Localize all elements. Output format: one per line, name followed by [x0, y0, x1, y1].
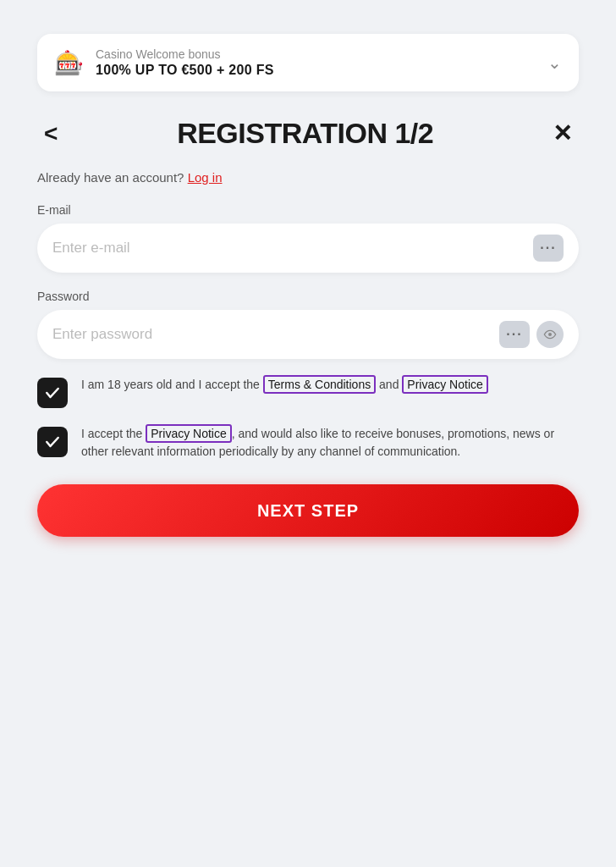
- svg-point-0: [548, 333, 552, 336]
- email-input-wrapper: ···: [37, 224, 579, 273]
- promotions-checkbox-row: I accept the Privacy Notice, and would a…: [37, 425, 579, 461]
- next-step-button[interactable]: NEXT STEP: [37, 484, 579, 537]
- dots-icon: ···: [540, 240, 556, 256]
- password-visibility-toggle[interactable]: [536, 321, 564, 348]
- chevron-down-icon[interactable]: ⌄: [547, 52, 562, 73]
- email-dots-button[interactable]: ···: [533, 235, 564, 262]
- registration-container: 🎰 Casino Welcome bonus 100% UP TO €500 +…: [20, 25, 596, 562]
- promotions-checkbox-text: I accept the Privacy Notice, and would a…: [81, 425, 579, 461]
- back-button[interactable]: <: [37, 119, 64, 149]
- account-text: Already have an account?: [37, 170, 184, 185]
- dots-icon: ···: [506, 327, 522, 342]
- password-dots-button[interactable]: ···: [499, 321, 530, 348]
- bonus-left: 🎰 Casino Welcome bonus 100% UP TO €500 +…: [54, 47, 274, 78]
- email-input[interactable]: [52, 240, 533, 257]
- terms-checkbox[interactable]: [37, 378, 68, 408]
- header-row: < REGISTRATION 1/2 ✕: [37, 117, 579, 150]
- checkmark-icon-2: [44, 434, 61, 450]
- email-section: E-mail ···: [37, 203, 579, 273]
- promotions-checkbox[interactable]: [37, 427, 68, 457]
- terms-text-middle: and: [376, 378, 402, 391]
- casino-icon: 🎰: [54, 49, 84, 77]
- checkmark-icon: [44, 384, 61, 401]
- email-icons: ···: [533, 235, 564, 262]
- terms-text-before: I am 18 years old and I accept the: [81, 378, 263, 391]
- email-label: E-mail: [37, 203, 579, 217]
- account-row: Already have an account? Log in: [37, 170, 579, 185]
- bonus-banner[interactable]: 🎰 Casino Welcome bonus 100% UP TO €500 +…: [37, 34, 579, 91]
- checkboxes-section: I am 18 years old and I accept the Terms…: [37, 376, 579, 461]
- password-input-wrapper: ···: [37, 310, 579, 359]
- eye-icon: [543, 328, 557, 341]
- privacy-notice-link-1[interactable]: Privacy Notice: [402, 375, 487, 394]
- privacy-notice-link-2[interactable]: Privacy Notice: [146, 424, 231, 443]
- terms-checkbox-row: I am 18 years old and I accept the Terms…: [37, 376, 579, 408]
- bonus-text: Casino Welcome bonus 100% UP TO €500 + 2…: [96, 47, 274, 78]
- login-link[interactable]: Log in: [188, 170, 223, 185]
- password-label: Password: [37, 290, 579, 303]
- page-title: REGISTRATION 1/2: [177, 117, 433, 150]
- password-input[interactable]: [52, 326, 499, 343]
- promotions-text-before: I accept the: [81, 427, 146, 440]
- terms-conditions-link[interactable]: Terms & Conditions: [263, 375, 376, 394]
- close-button[interactable]: ✕: [546, 119, 579, 149]
- terms-checkbox-text: I am 18 years old and I accept the Terms…: [81, 376, 579, 394]
- password-icons: ···: [499, 321, 564, 348]
- bonus-label: Casino Welcome bonus: [96, 47, 274, 61]
- bonus-value: 100% UP TO €500 + 200 FS: [96, 63, 274, 78]
- password-section: Password ···: [37, 290, 579, 359]
